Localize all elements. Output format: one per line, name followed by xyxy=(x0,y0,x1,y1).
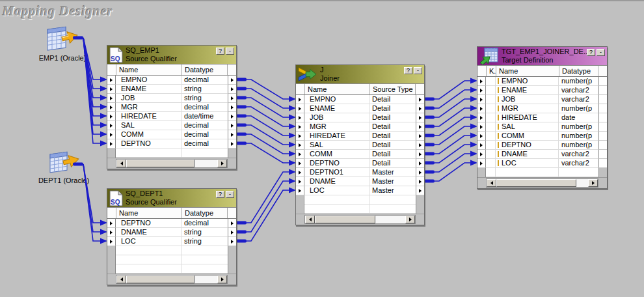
horizontal-scrollbar[interactable] xyxy=(116,159,228,168)
input-port[interactable] xyxy=(477,95,486,104)
help-button[interactable]: ? xyxy=(216,191,224,198)
scroll-right-button[interactable] xyxy=(217,276,227,283)
field-row[interactable]: ENAMEstring xyxy=(107,85,236,94)
field-row[interactable]: MGRDetail xyxy=(296,122,424,132)
scroll-right-button[interactable] xyxy=(217,160,227,167)
output-port[interactable] xyxy=(416,132,424,141)
output-port[interactable] xyxy=(228,112,236,121)
horizontal-scrollbar[interactable] xyxy=(116,275,228,284)
output-port[interactable] xyxy=(598,86,607,95)
input-port[interactable] xyxy=(107,112,116,121)
scrollbar-thumb[interactable] xyxy=(126,276,195,283)
output-port[interactable] xyxy=(416,177,424,186)
sq-emp1-titlebar[interactable]: SQ SQ_EMP1 Source Qualifier ? - xyxy=(107,46,236,64)
mapping-workspace[interactable]: Mapping Designer EMP1 (Oracle) xyxy=(0,0,644,297)
field-row[interactable]: EMPNOnumber(p xyxy=(477,77,607,86)
input-port[interactable] xyxy=(107,76,116,85)
input-port[interactable] xyxy=(477,122,486,132)
field-row[interactable]: LOCMaster xyxy=(296,186,424,195)
input-port[interactable] xyxy=(477,86,486,95)
field-row[interactable]: HIREDATEdate xyxy=(477,113,607,122)
output-port[interactable] xyxy=(416,159,424,168)
field-row[interactable]: SALdecimal xyxy=(107,121,236,130)
field-row[interactable]: DEPTNO1Master xyxy=(296,168,424,177)
joiner-titlebar[interactable]: J Joiner ? - xyxy=(296,65,424,83)
output-port[interactable] xyxy=(416,150,424,159)
minimize-button[interactable]: - xyxy=(226,191,234,198)
minimize-button[interactable]: - xyxy=(226,48,234,55)
field-row[interactable]: DEPTNOdecimal xyxy=(107,219,236,228)
output-port[interactable] xyxy=(416,141,424,150)
input-port[interactable] xyxy=(296,168,304,177)
input-port[interactable] xyxy=(296,159,304,168)
help-button[interactable]: ? xyxy=(404,67,412,74)
input-port[interactable] xyxy=(107,237,116,246)
field-row[interactable]: DNAMEMaster xyxy=(296,177,424,186)
output-port[interactable] xyxy=(416,122,424,132)
field-row[interactable]: ENAMEvarchar2 xyxy=(477,86,607,95)
horizontal-scrollbar[interactable] xyxy=(486,178,598,188)
input-port[interactable] xyxy=(477,159,486,168)
input-port[interactable] xyxy=(477,77,486,86)
scrollbar-thumb[interactable] xyxy=(315,216,375,223)
input-port[interactable] xyxy=(296,186,304,195)
output-port[interactable] xyxy=(228,76,236,85)
input-port[interactable] xyxy=(296,141,304,150)
scroll-right-button[interactable] xyxy=(588,179,598,187)
input-port[interactable] xyxy=(477,113,486,122)
output-port[interactable] xyxy=(598,113,607,122)
input-port[interactable] xyxy=(296,150,304,159)
input-port[interactable] xyxy=(296,113,304,122)
field-row[interactable]: DNAMEvarchar2 xyxy=(477,150,607,159)
scroll-right-button[interactable] xyxy=(405,216,415,223)
output-port[interactable] xyxy=(598,95,607,104)
input-port[interactable] xyxy=(107,228,116,237)
input-port[interactable] xyxy=(477,132,486,141)
input-port[interactable] xyxy=(107,121,116,130)
field-row[interactable]: SALnumber(p xyxy=(477,122,607,132)
output-port[interactable] xyxy=(228,85,236,94)
field-row[interactable]: COMMnumber(p xyxy=(477,132,607,141)
output-port[interactable] xyxy=(598,132,607,141)
scrollbar-track[interactable] xyxy=(195,276,217,283)
output-port[interactable] xyxy=(228,94,236,103)
input-port[interactable] xyxy=(107,85,116,94)
output-port[interactable] xyxy=(416,104,424,113)
field-row[interactable]: JOBstring xyxy=(107,94,236,103)
field-row[interactable]: DEPTNOdecimal xyxy=(107,139,236,148)
input-port[interactable] xyxy=(296,177,304,186)
output-port[interactable] xyxy=(598,104,607,113)
output-port[interactable] xyxy=(598,141,607,150)
scroll-left-button[interactable] xyxy=(116,276,126,283)
horizontal-scrollbar[interactable] xyxy=(304,215,416,224)
output-port[interactable] xyxy=(228,103,236,112)
output-port[interactable] xyxy=(416,168,424,177)
output-port[interactable] xyxy=(598,77,607,86)
field-row[interactable]: MGRdecimal xyxy=(107,103,236,112)
output-port[interactable] xyxy=(228,219,236,228)
scroll-left-button[interactable] xyxy=(305,216,315,223)
scrollbar-track[interactable] xyxy=(195,160,217,167)
input-port[interactable] xyxy=(296,95,304,104)
output-port[interactable] xyxy=(416,95,424,104)
field-row[interactable]: LOCstring xyxy=(107,237,236,246)
field-row[interactable]: ENAMEDetail xyxy=(296,104,424,113)
field-row[interactable]: EMPNOdecimal xyxy=(107,76,236,85)
output-port[interactable] xyxy=(228,228,236,237)
sq-dept1-titlebar[interactable]: SQ SQ_DEPT1 Source Qualifier ? - xyxy=(107,189,236,207)
help-button[interactable]: ? xyxy=(216,48,224,55)
input-port[interactable] xyxy=(107,219,116,228)
scrollbar-track[interactable] xyxy=(576,179,588,187)
field-row[interactable]: JOBDetail xyxy=(296,113,424,122)
output-port[interactable] xyxy=(598,150,607,159)
field-row[interactable]: HIREDATEdate/time xyxy=(107,112,236,121)
output-port[interactable] xyxy=(228,130,236,139)
scroll-left-button[interactable] xyxy=(116,160,126,167)
field-row[interactable]: MGRnumber(p xyxy=(477,104,607,113)
input-port[interactable] xyxy=(107,139,116,148)
scrollbar-thumb[interactable] xyxy=(496,179,576,187)
scroll-left-button[interactable] xyxy=(487,179,496,187)
input-port[interactable] xyxy=(296,104,304,113)
output-port[interactable] xyxy=(598,159,607,168)
minimize-button[interactable]: - xyxy=(597,49,605,56)
